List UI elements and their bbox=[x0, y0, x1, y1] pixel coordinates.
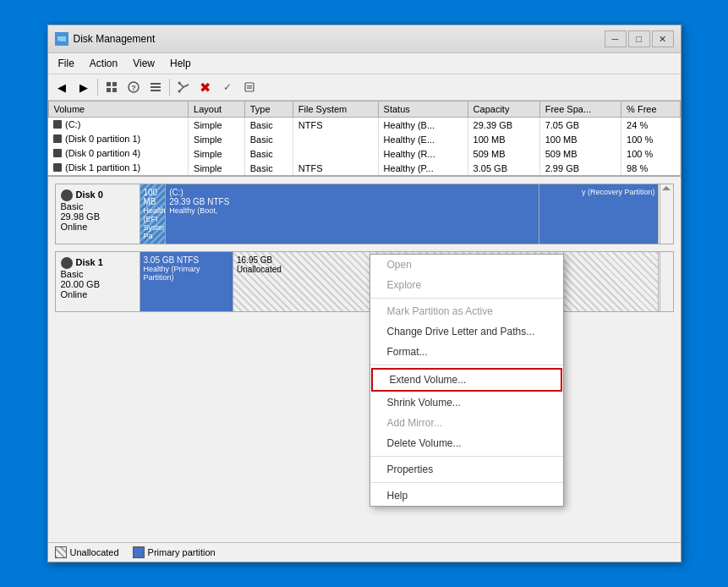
menu-bar: File Action View Help bbox=[48, 53, 681, 74]
cell-capacity: 3.05 GB bbox=[468, 161, 539, 175]
disk0-recovery-info: y (Recovery Partition) bbox=[582, 188, 655, 196]
ctx-item-explore: Explore bbox=[370, 275, 563, 295]
col-type[interactable]: Type bbox=[244, 101, 293, 118]
disk0-scrollbar[interactable] bbox=[660, 184, 673, 244]
toolbar-btn-delete[interactable]: ✖ bbox=[195, 77, 216, 97]
cell-layout: Simple bbox=[189, 161, 245, 175]
toolbar-sep-2 bbox=[169, 79, 170, 96]
disk1-status: Online bbox=[61, 289, 134, 299]
cell-capacity: 509 MB bbox=[468, 146, 539, 161]
menu-view[interactable]: View bbox=[126, 55, 161, 72]
cell-type: Basic bbox=[244, 161, 293, 175]
disk1-size: 20.00 GB bbox=[61, 279, 134, 289]
disk0-size: 29.98 GB bbox=[61, 211, 134, 222]
disk0-partition-c[interactable]: (C:) 29.39 GB NTFS Healthy (Boot, bbox=[166, 184, 539, 244]
ctx-item-delete-volume[interactable]: Delete Volume... bbox=[370, 433, 563, 453]
app-icon bbox=[55, 32, 68, 46]
cell-fs bbox=[293, 146, 378, 161]
forward-button[interactable]: ▶ bbox=[74, 77, 94, 97]
menu-help[interactable]: Help bbox=[163, 55, 198, 72]
disk0-label: Disk 0 Basic 29.98 GB Online bbox=[56, 184, 140, 244]
maximize-button[interactable]: □ bbox=[628, 30, 650, 47]
cell-status: Healthy (B... bbox=[378, 118, 468, 133]
disk1-name: Disk 1 bbox=[61, 257, 134, 269]
disk1-primary-status: Healthy (Primary Partition) bbox=[144, 265, 230, 282]
ctx-item-help[interactable]: Help bbox=[370, 486, 563, 506]
ctx-item-format[interactable]: Format... bbox=[370, 342, 563, 362]
ctx-item-extend-volume[interactable]: Extend Volume... bbox=[371, 368, 562, 392]
toolbar-btn-props[interactable] bbox=[239, 77, 260, 97]
col-pctfree[interactable]: % Free bbox=[621, 101, 680, 118]
col-capacity[interactable]: Capacity bbox=[468, 101, 539, 118]
menu-action[interactable]: Action bbox=[83, 55, 124, 72]
svg-rect-4 bbox=[112, 82, 117, 86]
disk0-status: Online bbox=[61, 222, 134, 232]
disk1-partition-primary[interactable]: 3.05 GB NTFS Healthy (Primary Partition) bbox=[140, 252, 234, 311]
volume-table: Volume Layout Type File System Status Ca… bbox=[48, 101, 681, 177]
col-filesystem[interactable]: File System bbox=[293, 101, 378, 118]
cell-pct: 100 % bbox=[621, 132, 680, 146]
disk-row-1: Disk 1 Basic 20.00 GB Online 3.05 GB NTF… bbox=[55, 251, 674, 312]
disk0-c-label: (C:) bbox=[169, 188, 535, 197]
ctx-item-properties[interactable]: Properties bbox=[370, 459, 563, 480]
table-row[interactable]: (Disk 0 partition 4) Simple Basic Health… bbox=[48, 146, 680, 161]
main-area: Volume Layout Type File System Status Ca… bbox=[48, 101, 681, 562]
disk0-type: Basic bbox=[61, 201, 134, 211]
col-status[interactable]: Status bbox=[378, 101, 468, 118]
svg-rect-10 bbox=[151, 86, 161, 88]
table-row[interactable]: (C:) Simple Basic NTFS Healthy (B... 29.… bbox=[48, 118, 680, 133]
toolbar-btn-list[interactable] bbox=[145, 77, 166, 97]
svg-point-15 bbox=[178, 82, 180, 85]
back-button[interactable]: ◀ bbox=[52, 77, 72, 97]
disk-graphic-area: Disk 0 Basic 29.98 GB Online 100 MB Heal… bbox=[48, 177, 681, 542]
cell-free: 2.99 GB bbox=[539, 161, 621, 175]
cell-fs: NTFS bbox=[293, 161, 378, 175]
svg-line-14 bbox=[183, 85, 189, 87]
scroll-up[interactable] bbox=[662, 186, 671, 190]
context-menu: OpenExploreMark Partition as ActiveChang… bbox=[369, 254, 564, 507]
svg-point-16 bbox=[178, 91, 180, 93]
cell-volume: (Disk 1 partition 1) bbox=[48, 161, 189, 175]
disk1-scrollbar[interactable] bbox=[660, 252, 673, 311]
svg-text:?: ? bbox=[131, 84, 136, 92]
context-menu-separator bbox=[370, 482, 563, 483]
cell-volume: (Disk 0 partition 1) bbox=[48, 132, 189, 146]
disk1-label: Disk 1 Basic 20.00 GB Online bbox=[56, 252, 140, 311]
disk0-efi-status: Healthy (EFI System Pa bbox=[144, 206, 162, 240]
col-layout[interactable]: Layout bbox=[189, 101, 245, 118]
disk0-partitions: 100 MB Healthy (EFI System Pa (C:) 29.39… bbox=[140, 184, 660, 244]
cell-capacity: 100 MB bbox=[468, 132, 539, 146]
svg-rect-11 bbox=[151, 90, 161, 91]
minimize-button[interactable]: ─ bbox=[605, 30, 627, 47]
cell-fs: NTFS bbox=[293, 118, 378, 133]
toolbar-btn-grid[interactable] bbox=[101, 77, 122, 97]
disk1-type: Basic bbox=[61, 269, 134, 279]
ctx-item-shrink-volume[interactable]: Shrink Volume... bbox=[370, 392, 563, 413]
toolbar-btn-scissors[interactable] bbox=[173, 77, 194, 97]
table-row[interactable]: (Disk 0 partition 1) Simple Basic Health… bbox=[48, 132, 680, 146]
disk-row-0: Disk 0 Basic 29.98 GB Online 100 MB Heal… bbox=[55, 184, 674, 244]
toolbar-btn-help[interactable]: ? bbox=[123, 77, 144, 97]
svg-rect-17 bbox=[245, 83, 254, 91]
disk0-partition-recovery[interactable]: y (Recovery Partition) bbox=[539, 184, 659, 244]
table-row[interactable]: (Disk 1 partition 1) Simple Basic NTFS H… bbox=[48, 161, 680, 175]
svg-rect-5 bbox=[107, 88, 111, 92]
ctx-item-add-mirror: Add Mirror... bbox=[370, 413, 563, 433]
toolbar-btn-check[interactable]: ✓ bbox=[217, 77, 238, 97]
cell-layout: Simple bbox=[189, 146, 245, 161]
disk0-name: Disk 0 bbox=[61, 189, 134, 201]
col-freespace[interactable]: Free Spa... bbox=[539, 101, 621, 118]
svg-rect-18 bbox=[247, 85, 252, 86]
context-menu-separator bbox=[370, 298, 563, 299]
disk0-partition-efi[interactable]: 100 MB Healthy (EFI System Pa bbox=[140, 184, 167, 244]
disk1-primary-size: 3.05 GB NTFS bbox=[144, 255, 230, 265]
col-volume[interactable]: Volume bbox=[48, 101, 189, 118]
cell-status: Healthy (R... bbox=[378, 146, 468, 161]
legend-primary-label: Primary partition bbox=[148, 547, 216, 557]
cell-type: Basic bbox=[244, 146, 293, 161]
ctx-item-change-letter[interactable]: Change Drive Letter and Paths... bbox=[370, 321, 563, 342]
menu-file[interactable]: File bbox=[52, 55, 81, 72]
cell-volume: (C:) bbox=[48, 118, 189, 133]
cell-capacity: 29.39 GB bbox=[468, 118, 539, 133]
close-button[interactable]: ✕ bbox=[652, 30, 674, 47]
